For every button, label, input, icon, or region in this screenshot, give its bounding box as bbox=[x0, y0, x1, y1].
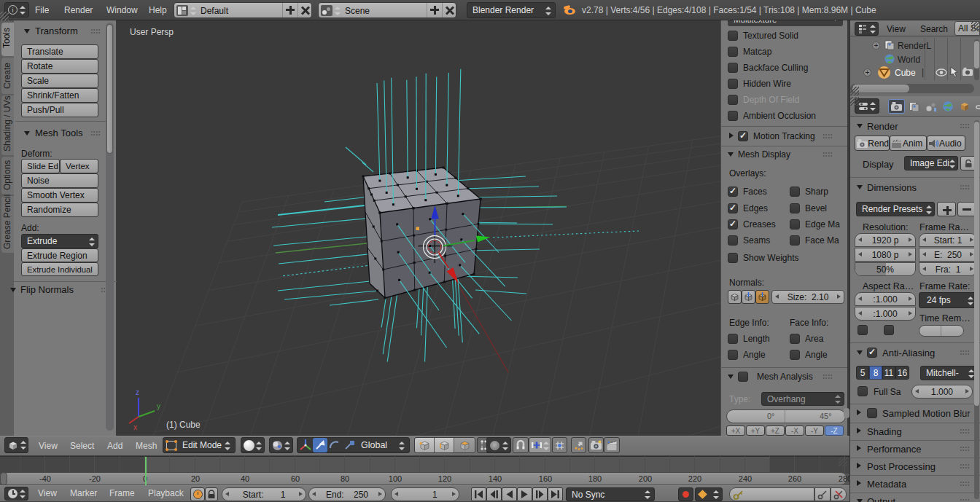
svg-text:x: x bbox=[133, 423, 137, 431]
svg-text:y: y bbox=[157, 402, 160, 410]
svg-text:z: z bbox=[136, 388, 139, 396]
